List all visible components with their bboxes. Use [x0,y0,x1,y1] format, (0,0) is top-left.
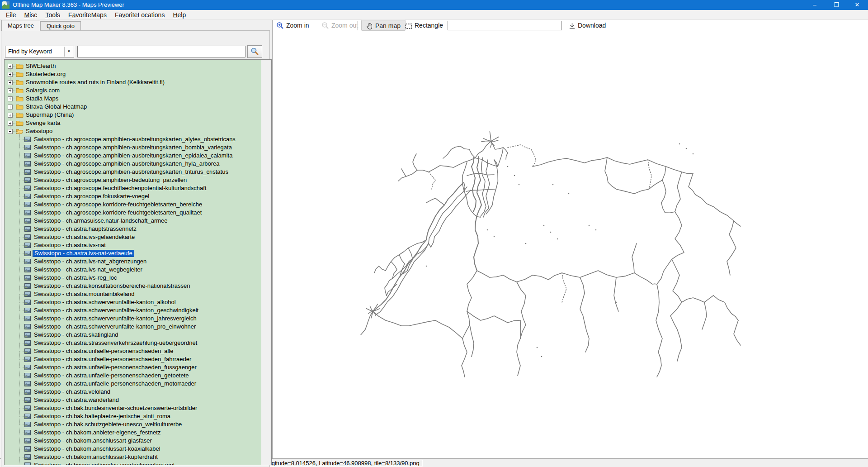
tree-item-ch-astra-schwerverunfallte-kanton-alkohol[interactable]: Swisstopo - ch.astra.schwerverunfallte-k… [5,298,261,306]
tree-item-ch-agroscope-amphibien-ausbreitungskarten-triturus-cristatus[interactable]: Swisstopo - ch.agroscope.amphibien-ausbr… [5,168,261,176]
tree-item-ch-astra-unfaelle-personenschaeden-fahrraeder[interactable]: Swisstopo - ch.astra.unfaelle-personensc… [5,355,261,363]
tree-item-ch-agroscope-korridore-feuchtgebietsarten-bereiche[interactable]: Swisstopo - ch.agroscope.korridore-feuch… [5,200,261,209]
tree-item-ch-astra-unfaelle-personenschaeden-alle[interactable]: Swisstopo - ch.astra.unfaelle-personensc… [5,347,261,355]
tree-item-ch-astra-ivs-nat-wegbegleiter[interactable]: Swisstopo - ch.astra.ivs-nat_wegbegleite… [5,266,261,274]
tree-folder-skoterleder-org[interactable]: Skoterleder.org [5,70,261,78]
search-button[interactable] [247,45,262,58]
tree-item-ch-astra-hauptstrassennetz[interactable]: Swisstopo - ch.astra.hauptstrassennetz [5,225,261,233]
tree-item-ch-astra-mountainbikeland[interactable]: Swisstopo - ch.astra.mountainbikeland [5,290,261,298]
tree-item-label: Swisstopo - ch.bak.schutzgebiete-unesco_… [33,421,183,428]
map-layer-icon [24,201,31,206]
map-layer-icon [24,258,31,263]
menu-item-help[interactable]: Help [169,10,190,19]
tree-item-ch-armasuisse-natur-landschaft-armee[interactable]: Swisstopo - ch.armasuisse.natur-landscha… [5,217,261,225]
tree-folder-snowmobile-routes-and-ruts-in-finland-kelkkareitit-fi-[interactable]: Snowmobile routes and ruts in Finland (K… [5,78,261,86]
tree-item-ch-agroscope-amphibien-bedeutung-parzellen[interactable]: Swisstopo - ch.agroscope.amphibien-bedeu… [5,176,261,184]
menu-item-favoritemaps[interactable]: FavoriteMaps [64,10,111,19]
map-layer-icon [24,437,31,443]
tree-folder-siweiearth[interactable]: SIWEIearth [5,62,261,70]
tree-item-ch-baspo-nationales-sportanlagenkonzept[interactable]: Swisstopo - ch.baspo.nationales-sportanl… [5,461,261,465]
tree-item-ch-bak-bundesinventar-schuetzenswerte-ortsbilder[interactable]: Swisstopo - ch.bak.bundesinventar-schuet… [5,404,261,412]
tree-item-ch-astra-schwerverunfallte-kanton-pro-einwohner[interactable]: Swisstopo - ch.astra.schwerverunfallte-k… [5,323,261,331]
tree-item-ch-astra-unfaelle-personenschaeden-motorraeder[interactable]: Swisstopo - ch.astra.unfaelle-personensc… [5,380,261,388]
tree-folder-label: Snowmobile routes and ruts in Finland (K… [24,79,166,86]
tree-item-label: Swisstopo - ch.agroscope.amphibien-bedeu… [33,176,188,184]
tree-item-ch-bakom-anschlussart-kupferdraht[interactable]: Swisstopo - ch.bakom.anschlussart-kupfer… [5,453,261,461]
tab-maps-tree[interactable]: Maps tree [1,20,40,31]
tree-item-ch-agroscope-feuchtflaechenpotential-kulturlandschaft[interactable]: Swisstopo - ch.agroscope.feuchtflaechenp… [5,184,261,192]
tree-folder-solargis-com[interactable]: Solargis.com [5,86,261,95]
tree-item-ch-agroscope-korridore-feuchtgebietsarten-qualitaet[interactable]: Swisstopo - ch.agroscope.korridore-feuch… [5,209,261,217]
tree-viewport: SIWEIearthSkoterleder.orgSnowmobile rout… [5,60,261,465]
tree-folder-stadia-maps[interactable]: Stadia Maps [5,95,261,103]
minimize-button[interactable]: – [805,0,825,10]
tree-item-label: Swisstopo - ch.astra.ivs-gelaendekarte [33,234,136,241]
tree-item-ch-astra-ivs-nat-verlaeufe[interactable]: Swisstopo - ch.astra.ivs-nat-verlaeufe [5,249,261,257]
chevron-down-icon[interactable]: ▼ [64,47,73,57]
folder-icon [16,70,24,76]
menu-item-favoritelocations[interactable]: FavoriteLocations [111,10,169,19]
tree-folder-supermap-china-[interactable]: Supermap (China) [5,111,261,119]
tree-item-ch-astra-ivs-reg-loc[interactable]: Swisstopo - ch.astra.ivs-reg_loc [5,274,261,282]
folder-icon [16,62,24,68]
tree-item-ch-astra-ivs-gelaendekarte[interactable]: Swisstopo - ch.astra.ivs-gelaendekarte [5,233,261,241]
menu-item-file[interactable]: File [2,10,20,19]
tree-item-ch-bakom-anschlussart-koaxialkabel[interactable]: Swisstopo - ch.bakom.anschlussart-koaxia… [5,445,261,453]
zoom-in-button[interactable]: Zoom in [276,20,309,31]
download-button[interactable]: Download [569,20,606,31]
map-canvas[interactable] [273,31,868,458]
tree-item-ch-bak-halteplaetze-jenische-sinti-roma[interactable]: Swisstopo - ch.bak.halteplaetze-jenische… [5,412,261,420]
tree-item-ch-astra-veloland[interactable]: Swisstopo - ch.astra.veloland [5,388,261,396]
tree-item-ch-astra-ivs-nat[interactable]: Swisstopo - ch.astra.ivs-nat [5,241,261,249]
tree-item-ch-bakom-anschlussart-glasfaser[interactable]: Swisstopo - ch.bakom.anschlussart-glasfa… [5,437,261,445]
tree-item-ch-agroscope-fokuskarte-voegel[interactable]: Swisstopo - ch.agroscope.fokuskarte-voeg… [5,192,261,200]
tree-folder-sverige-karta[interactable]: Sverige karta [5,119,261,127]
search-mode-combobox[interactable]: Find by Keyword ▼ [5,46,74,57]
tree-item-label: Swisstopo - ch.astra.ivs-nat-verlaeufe [33,250,134,257]
tree-item-ch-astra-konsultationsbereiche-nationalstrassen[interactable]: Swisstopo - ch.astra.konsultationsbereic… [5,282,261,290]
search-input[interactable] [77,46,245,57]
tree-item-ch-agroscope-amphibien-ausbreitungskarten-hyla-arborea[interactable]: Swisstopo - ch.agroscope.amphibien-ausbr… [5,160,261,168]
map-layer-icon [24,144,31,149]
tree-item-ch-bak-schutzgebiete-unesco-weltkulturerbe[interactable]: Swisstopo - ch.bak.schutzgebiete-unesco_… [5,420,261,429]
tree-folder-label: Solargis.com [24,87,61,94]
tree-item-ch-astra-skatingland[interactable]: Swisstopo - ch.astra.skatingland [5,331,261,339]
close-button[interactable]: ✕ [846,0,868,10]
tree-item-ch-agroscope-amphibien-ausbreitungskarten-alytes-obstetricans[interactable]: Swisstopo - ch.agroscope.amphibien-ausbr… [5,135,261,143]
folder-icon [16,111,24,117]
tree-item-ch-agroscope-amphibien-ausbreitungskarten-epidalea-calamita[interactable]: Swisstopo - ch.agroscope.amphibien-ausbr… [5,152,261,160]
tree-folder-strava-global-heatmap[interactable]: Strava Global Heatmap [5,103,261,111]
menu-item-misc[interactable]: Misc [20,10,42,19]
map-layer-icon [24,168,31,174]
tree-item-label: Swisstopo - ch.astra.unfaelle-personensc… [33,380,198,387]
left-panel: Maps tree Quick goto Find by Keyword ▼ S… [0,20,271,458]
tree-vertical-scrollbar[interactable] [261,60,271,465]
app-icon [2,1,9,9]
tree-item-ch-bakom-anbieter-eigenes-festnetz[interactable]: Swisstopo - ch.bakom.anbieter-eigenes_fe… [5,429,261,437]
tree-item-ch-astra-wanderland[interactable]: Swisstopo - ch.astra.wanderland [5,396,261,404]
maximize-button[interactable]: ❐ [826,0,846,10]
folder-icon [16,86,24,93]
tree-item-ch-astra-schwerverunfallte-kanton-geschwindigkeit[interactable]: Swisstopo - ch.astra.schwerverunfallte-k… [5,306,261,315]
tree-item-ch-astra-unfaelle-personenschaeden-fussgaenger[interactable]: Swisstopo - ch.astra.unfaelle-personensc… [5,363,261,372]
zoom-out-icon [321,22,329,29]
tree-item-ch-astra-schwerverunfallte-kanton-jahresvergleich[interactable]: Swisstopo - ch.astra.schwerverunfallte-k… [5,315,261,323]
map-layer-icon [24,185,31,190]
tree-item-ch-astra-ivs-nat-abgrenzungen[interactable]: Swisstopo - ch.astra.ivs-nat_abgrenzunge… [5,257,261,266]
pan-map-button[interactable]: Pan map [361,20,406,31]
map-layer-icon [24,356,31,361]
menu-item-tools[interactable]: Tools [41,10,64,19]
tree-item-ch-astra-strassenverkehrszaehlung-uebergeordnet[interactable]: Swisstopo - ch.astra.strassenverkehrszae… [5,339,261,347]
tab-quick-goto[interactable]: Quick goto [40,21,81,31]
rectangle-select-button[interactable]: Rectangle [405,20,443,31]
coordinate-input[interactable] [448,21,562,30]
tree-item-label: Swisstopo - ch.agroscope.korridore-feuch… [33,209,203,216]
zoom-in-label: Zoom in [286,22,309,29]
download-label: Download [578,22,606,29]
tree-item-label: Swisstopo - ch.bakom.anschlussart-glasfa… [33,437,153,444]
tree-item-label: Swisstopo - ch.astra.veloland [33,388,112,396]
tree-item-ch-astra-unfaelle-personenschaeden-getoetete[interactable]: Swisstopo - ch.astra.unfaelle-personensc… [5,372,261,380]
tree-item-ch-agroscope-amphibien-ausbreitungskarten-bombia-variegata[interactable]: Swisstopo - ch.agroscope.amphibien-ausbr… [5,143,261,152]
tree-folder-label: Supermap (China) [24,111,75,119]
tree-folder-swisstopo[interactable]: Swisstopo [5,127,261,135]
